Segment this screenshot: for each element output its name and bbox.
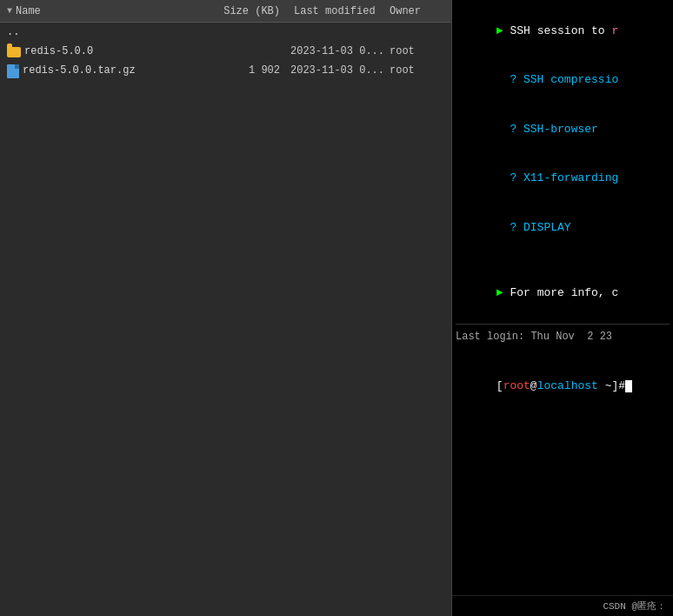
- file-modified-redis-folder: 2023-11-03 0...: [287, 44, 383, 59]
- terminal-panel[interactable]: ► SSH session to r ? SSH compressio ? SS…: [452, 0, 673, 616]
- terminal-line-blank: [456, 253, 670, 270]
- sort-arrow-icon: ▼: [7, 6, 12, 16]
- terminal-prompt: [root@localhost ~]#: [456, 362, 670, 412]
- file-row-redis-archive[interactable]: redis-5.0.0.tar.gz 1 902 2023-11-03 0...…: [0, 61, 451, 80]
- terminal-line-display: ? DISPLAY: [456, 204, 670, 253]
- folder-icon: [7, 47, 21, 57]
- terminal-line-ssh-session: ► SSH session to r: [456, 7, 670, 57]
- file-owner-redis-folder: root: [383, 44, 443, 59]
- file-list-header: ▼ Name Size (KB) Last modified Owner: [0, 0, 451, 23]
- file-name-redis-folder: redis-5.0.0: [24, 45, 93, 57]
- file-list: .. redis-5.0.0 2023-11-03 0... root: [0, 23, 451, 616]
- file-name-redis-archive: redis-5.0.0.tar.gz: [23, 64, 136, 77]
- file-size-redis-archive: 1 902: [209, 63, 287, 78]
- col-size-label: Size (KB): [223, 5, 280, 17]
- col-name-label: Name: [16, 5, 41, 17]
- terminal-footer: CSDN @匿疮：: [452, 595, 673, 616]
- col-modified-label: Last modified: [294, 5, 376, 17]
- file-row-dotdot[interactable]: ..: [0, 23, 451, 42]
- file-modified-redis-archive: 2023-11-03 0...: [287, 63, 383, 78]
- file-size-dotdot: [209, 30, 287, 34]
- col-header-modified[interactable]: Last modified: [287, 2, 383, 21]
- col-owner-label: Owner: [390, 5, 421, 17]
- file-size-redis-folder: [209, 50, 287, 53]
- terminal-line-ssh-compression: ? SSH compressio: [456, 57, 670, 106]
- terminal-content[interactable]: ► SSH session to r ? SSH compressio ? SS…: [452, 0, 673, 595]
- file-owner-dotdot: [383, 30, 443, 34]
- terminal-line-more-info: ► For more info, c: [456, 270, 670, 319]
- file-name-cell-redis-archive: redis-5.0.0.tar.gz: [0, 62, 209, 80]
- file-name-cell-dotdot: ..: [0, 24, 209, 40]
- file-name-dotdot: ..: [7, 26, 19, 38]
- col-header-size[interactable]: Size (KB): [209, 2, 287, 21]
- terminal-divider: [456, 324, 670, 325]
- col-header-name[interactable]: ▼ Name: [0, 2, 209, 21]
- terminal-last-login: Last login: Thu Nov 2 23: [456, 330, 670, 345]
- terminal-cursor: [625, 380, 632, 392]
- terminal-line-ssh-browser: ? SSH-browser: [456, 105, 670, 155]
- terminal-line-x11: ? X11-forwarding: [456, 155, 670, 204]
- terminal-footer-text: CSDN @匿疮：: [603, 601, 666, 612]
- file-name-cell-redis-folder: redis-5.0.0: [0, 44, 209, 59]
- file-owner-redis-archive: root: [383, 63, 443, 78]
- file-modified-dotdot: [287, 30, 383, 34]
- archive-icon: [7, 64, 19, 78]
- col-header-owner[interactable]: Owner: [383, 2, 443, 21]
- file-manager-panel: ▼ Name Size (KB) Last modified Owner ..: [0, 0, 452, 616]
- file-row-redis-folder[interactable]: redis-5.0.0 2023-11-03 0... root: [0, 42, 451, 61]
